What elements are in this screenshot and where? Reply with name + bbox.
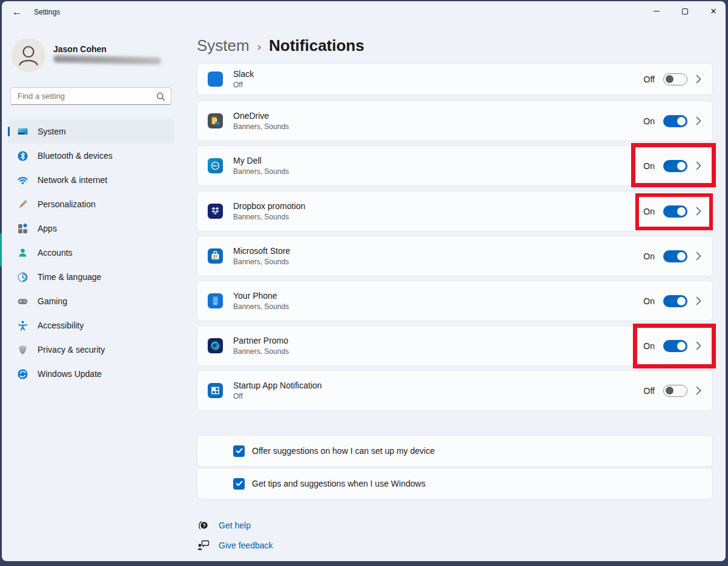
sidebar-item-label: Accounts bbox=[38, 248, 73, 258]
bluetooth-icon bbox=[17, 150, 28, 162]
app-name: Slack bbox=[233, 69, 254, 79]
your-phone-icon bbox=[207, 293, 223, 309]
get-help-link[interactable]: ? Get help bbox=[197, 518, 251, 533]
breadcrumb: System › Notifications bbox=[197, 36, 364, 55]
system-icon bbox=[17, 126, 28, 138]
checkbox-tips[interactable] bbox=[233, 478, 245, 490]
sidebar-item-accessibility[interactable]: Accessibility bbox=[8, 313, 174, 338]
app-subtitle: Banners, Sounds bbox=[233, 122, 289, 131]
check-icon bbox=[236, 448, 243, 454]
app-name: Your Phone bbox=[233, 291, 289, 301]
search-input[interactable] bbox=[11, 88, 171, 104]
app-name: Microsoft Store bbox=[233, 246, 290, 256]
app-name: My Dell bbox=[233, 156, 289, 165]
sidebar-item-label: Windows Update bbox=[38, 369, 102, 379]
startup-app-icon bbox=[207, 382, 223, 399]
check-icon bbox=[236, 481, 243, 487]
sidebar-item-time-language[interactable]: Time & language bbox=[8, 265, 174, 289]
give-feedback-link[interactable]: Give feedback bbox=[197, 538, 273, 553]
sidebar-item-accounts[interactable]: Accounts bbox=[8, 241, 174, 265]
minimize-button[interactable] bbox=[643, 1, 670, 21]
checkbox-setup-device[interactable] bbox=[233, 445, 245, 457]
my-dell-icon: DELL bbox=[207, 158, 223, 174]
sidebar-item-label: System bbox=[38, 127, 66, 136]
suggestion-row-tips[interactable]: Get tips and suggestions when I use Wind… bbox=[197, 468, 713, 499]
maximize-button[interactable] bbox=[671, 1, 699, 21]
sidebar-item-label: Bluetooth & devices bbox=[38, 151, 113, 161]
sidebar-item-personalization[interactable]: Personalization bbox=[8, 192, 174, 216]
time-language-icon bbox=[17, 271, 28, 283]
chevron-right-icon bbox=[696, 75, 701, 84]
search-icon bbox=[156, 92, 166, 102]
sidebar-item-apps[interactable]: Apps bbox=[8, 216, 174, 241]
app-name: Dropbox promotion bbox=[233, 201, 305, 211]
onedrive-icon bbox=[207, 113, 223, 129]
breadcrumb-separator-icon: › bbox=[257, 38, 261, 53]
highlight-box-my-dell bbox=[631, 143, 716, 187]
toggle-state-label: Off bbox=[644, 75, 655, 84]
back-button[interactable]: ← bbox=[8, 4, 26, 20]
notification-toggle[interactable] bbox=[663, 250, 687, 262]
checkbox-label: Offer suggestions on how I can set up my… bbox=[252, 446, 435, 456]
notification-toggle[interactable] bbox=[663, 385, 687, 397]
toggle-state-label: Off bbox=[644, 386, 655, 396]
sidebar-item-label: Accessibility bbox=[38, 321, 84, 330]
privacy-security-icon bbox=[17, 344, 28, 356]
get-help-icon: ? bbox=[197, 519, 210, 531]
give-feedback-icon bbox=[197, 539, 210, 551]
app-subtitle: Off bbox=[233, 81, 254, 89]
chevron-right-icon bbox=[696, 251, 701, 261]
sidebar-item-network-internet[interactable]: Network & internet bbox=[8, 168, 174, 192]
app-name: OneDrive bbox=[233, 111, 289, 121]
notification-toggle[interactable] bbox=[663, 295, 687, 307]
notification-toggle[interactable] bbox=[663, 115, 687, 127]
app-row-your-phone[interactable]: Your Phone Banners, Sounds On bbox=[197, 281, 713, 321]
close-button[interactable]: ✕ bbox=[700, 1, 726, 21]
user-name: Jason Cohen bbox=[53, 44, 107, 54]
give-feedback-label: Give feedback bbox=[219, 541, 273, 550]
microsoft-store-icon bbox=[207, 248, 223, 264]
maximize-icon bbox=[682, 8, 688, 15]
get-help-label: Get help bbox=[219, 521, 251, 530]
gaming-icon bbox=[17, 296, 28, 307]
checkbox-label: Get tips and suggestions when I use Wind… bbox=[252, 479, 425, 488]
sidebar-item-label: Gaming bbox=[38, 296, 67, 306]
person-icon bbox=[12, 38, 45, 72]
toggle-state-label: On bbox=[643, 251, 655, 261]
sidebar-item-privacy-security[interactable]: Privacy & security bbox=[8, 338, 174, 362]
toggle-knob bbox=[677, 252, 686, 261]
avatar bbox=[12, 38, 45, 72]
sidebar-nav: System Bluetooth & devices Network & int… bbox=[8, 119, 174, 386]
notification-toggle[interactable] bbox=[663, 73, 687, 85]
app-subtitle: Banners, Sounds bbox=[233, 347, 289, 356]
toggle-knob bbox=[677, 297, 686, 305]
page-title: Notifications bbox=[269, 36, 364, 55]
breadcrumb-parent[interactable]: System bbox=[197, 36, 250, 55]
app-row-microsoft-store[interactable]: Microsoft Store Banners, Sounds On bbox=[197, 236, 713, 276]
partner-promo-icon bbox=[207, 338, 223, 354]
highlight-box-partner-promo bbox=[633, 324, 716, 368]
sidebar-item-label: Apps bbox=[38, 224, 57, 233]
accessibility-icon bbox=[17, 320, 28, 331]
sidebar-item-gaming[interactable]: Gaming bbox=[8, 289, 174, 313]
sidebar-item-windows-update[interactable]: Windows Update bbox=[8, 362, 174, 386]
sidebar-item-label: Time & language bbox=[38, 272, 101, 282]
chevron-right-icon bbox=[696, 386, 701, 395]
suggestion-row-setup-device[interactable]: Offer suggestions on how I can set up my… bbox=[197, 435, 713, 467]
sidebar-item-bluetooth-devices[interactable]: Bluetooth & devices bbox=[8, 144, 174, 168]
slack-icon bbox=[207, 71, 223, 87]
sidebar-item-system[interactable]: System bbox=[8, 119, 174, 144]
titlebar: ← Settings ✕ bbox=[2, 1, 726, 23]
svg-text:?: ? bbox=[202, 522, 205, 528]
dropbox-icon bbox=[207, 203, 223, 219]
app-row-slack[interactable]: Slack Off Off bbox=[197, 63, 713, 95]
back-arrow-icon: ← bbox=[12, 7, 22, 18]
app-row-onedrive[interactable]: OneDrive Banners, Sounds On bbox=[197, 101, 713, 141]
close-icon: ✕ bbox=[710, 7, 717, 15]
apps-icon bbox=[17, 223, 28, 235]
minimize-icon bbox=[654, 11, 660, 12]
accounts-icon bbox=[17, 247, 28, 259]
app-row-startup-app-notification[interactable]: Startup App Notification Off Off bbox=[197, 370, 713, 411]
sidebar-item-label: Personalization bbox=[38, 199, 96, 209]
windows-update-icon bbox=[17, 368, 28, 380]
